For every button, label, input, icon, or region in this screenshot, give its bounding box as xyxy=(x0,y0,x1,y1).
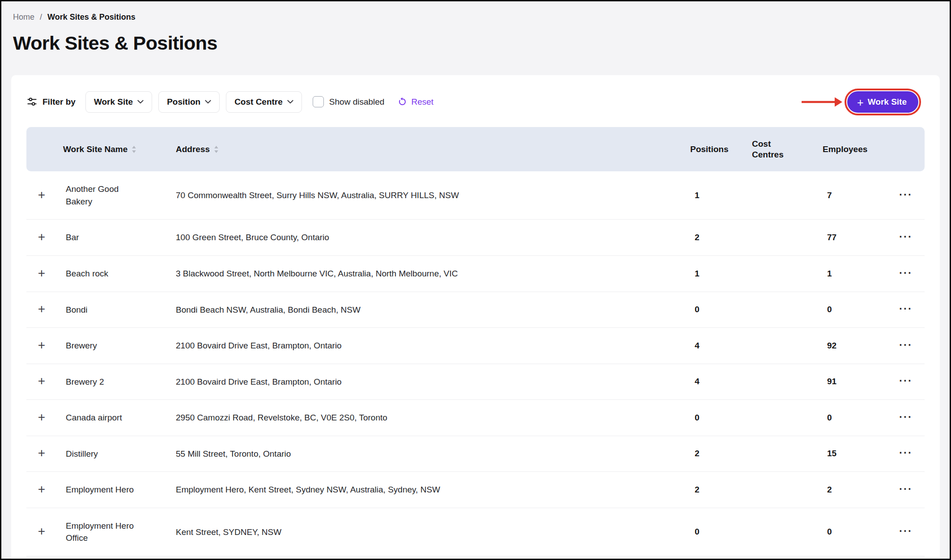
plus-icon: + xyxy=(38,302,45,316)
breadcrumb-home-link[interactable]: Home xyxy=(13,12,34,22)
row-actions-button[interactable]: ··· xyxy=(896,377,915,385)
table-row: + Brewery 2100 Bovaird Drive East, Bramp… xyxy=(26,328,925,364)
ellipsis-icon: ··· xyxy=(899,230,913,242)
expand-cell: + xyxy=(26,328,57,364)
positions-count: 1 xyxy=(684,255,746,292)
row-actions-button[interactable]: ··· xyxy=(896,527,915,535)
work-site-name: Brewery 2 xyxy=(66,376,144,388)
work-site-name: Employment Hero Office xyxy=(66,520,144,544)
expand-cell: + xyxy=(26,508,57,556)
expand-row-button[interactable]: + xyxy=(34,190,49,200)
ellipsis-icon: ··· xyxy=(899,339,913,351)
ellipsis-icon: ··· xyxy=(899,302,913,314)
actions-column-header xyxy=(887,127,925,172)
reset-filters-button[interactable]: Reset xyxy=(398,97,433,107)
cost-centres-cell xyxy=(746,292,816,328)
row-actions-button[interactable]: ··· xyxy=(896,449,915,457)
positions-count: 4 xyxy=(684,364,746,400)
actions-cell: ··· xyxy=(887,508,925,556)
row-actions-button[interactable]: ··· xyxy=(896,413,915,421)
expand-cell: + xyxy=(26,292,57,328)
sort-by-work-site-name[interactable]: Work Site Name xyxy=(63,144,163,154)
breadcrumb-separator: / xyxy=(40,12,42,22)
row-actions-button[interactable]: ··· xyxy=(896,305,915,313)
positions-count: 0 xyxy=(684,508,746,556)
expand-row-button[interactable]: + xyxy=(34,448,49,458)
chevron-down-icon xyxy=(205,100,211,104)
reset-label: Reset xyxy=(411,97,433,107)
cost-centres-cell xyxy=(746,400,816,436)
plus-icon: + xyxy=(38,266,45,280)
work-site-address: Kent Street, SYDNEY, NSW xyxy=(170,508,684,556)
work-site-name-cell: Employment Hero xyxy=(57,472,170,508)
plus-icon: + xyxy=(38,524,45,538)
table-row: + Brewery 2 2100 Bovaird Drive East, Bra… xyxy=(26,364,925,400)
work-site-name-cell: Employment Hero Office xyxy=(57,508,170,556)
positions-count: 2 xyxy=(684,220,746,256)
reset-icon xyxy=(398,97,407,106)
filter-work-site-dropdown[interactable]: Work Site xyxy=(85,91,152,113)
work-site-name-cell: Another Good Bakery xyxy=(57,171,170,220)
ellipsis-icon: ··· xyxy=(899,483,913,495)
work-site-address: 2100 Bovaird Drive East, Brampton, Ontar… xyxy=(170,364,684,400)
row-actions-button[interactable]: ··· xyxy=(896,191,915,199)
employees-count: 0 xyxy=(816,508,887,556)
row-actions-button[interactable]: ··· xyxy=(896,485,915,493)
row-actions-button[interactable]: ··· xyxy=(896,341,915,349)
table-row: + Employment Hero Employment Hero, Kent … xyxy=(26,472,925,508)
cost-centres-cell xyxy=(746,171,816,220)
column-header-cost-centres: Cost Centres xyxy=(746,127,816,172)
show-disabled-checkbox[interactable] xyxy=(313,96,324,107)
expand-column-header xyxy=(26,127,57,172)
table-row: + Canada airport 2950 Camozzi Road, Reve… xyxy=(26,400,925,436)
employees-count: 2 xyxy=(816,472,887,508)
expand-row-button[interactable]: + xyxy=(34,376,49,386)
expand-row-button[interactable]: + xyxy=(34,412,49,423)
actions-cell: ··· xyxy=(887,255,925,292)
actions-cell: ··· xyxy=(887,292,925,328)
expand-row-button[interactable]: + xyxy=(34,484,49,495)
expand-cell: + xyxy=(26,400,57,436)
add-work-site-button[interactable]: + Work Site xyxy=(847,91,918,113)
expand-cell: + xyxy=(26,220,57,256)
filter-work-site-label: Work Site xyxy=(94,97,133,107)
positions-count: 4 xyxy=(684,328,746,364)
work-site-name: Distillery xyxy=(66,448,144,460)
row-actions-button[interactable]: ··· xyxy=(896,269,915,277)
toolbar: Filter by Work Site Position Cost Centre… xyxy=(26,90,925,114)
work-site-address: Bondi Beach NSW, Australia, Bondi Beach,… xyxy=(170,292,684,328)
work-site-name: Employment Hero xyxy=(66,484,144,496)
cost-centres-cell xyxy=(746,472,816,508)
expand-cell: + xyxy=(26,436,57,472)
positions-count: 1 xyxy=(684,171,746,220)
expand-row-button[interactable]: + xyxy=(34,304,49,314)
work-site-name-cell: Canada airport xyxy=(57,400,170,436)
expand-row-button[interactable]: + xyxy=(34,232,49,242)
positions-count: 0 xyxy=(684,292,746,328)
filter-position-dropdown[interactable]: Position xyxy=(158,91,220,113)
cost-centres-cell xyxy=(746,364,816,400)
cost-centres-cell xyxy=(746,255,816,292)
employees-count: 1 xyxy=(816,255,887,292)
work-site-name-header-label: Work Site Name xyxy=(63,144,127,154)
cost-centres-cell xyxy=(746,508,816,556)
filter-cost-centre-dropdown[interactable]: Cost Centre xyxy=(226,91,302,113)
work-site-name-cell: Brewery 2 xyxy=(57,364,170,400)
table-row: + Employment Hero Office Kent Street, SY… xyxy=(26,508,925,556)
work-site-address: 70 Commonwealth Street, Surry Hills NSW,… xyxy=(170,171,684,220)
employees-count: 92 xyxy=(816,328,887,364)
chevron-down-icon xyxy=(287,100,293,104)
sort-by-address[interactable]: Address xyxy=(176,144,678,154)
work-site-address: 2950 Camozzi Road, Revelstoke, BC, V0E 2… xyxy=(170,400,684,436)
expand-row-button[interactable]: + xyxy=(34,526,49,537)
expand-cell: + xyxy=(26,472,57,508)
table-body: + Another Good Bakery 70 Commonwealth St… xyxy=(26,171,925,556)
table-header: Work Site Name Address Positions Cost Ce… xyxy=(26,127,925,172)
employees-count: 91 xyxy=(816,364,887,400)
expand-row-button[interactable]: + xyxy=(34,268,49,279)
work-site-name: Bondi xyxy=(66,304,144,316)
expand-row-button[interactable]: + xyxy=(34,340,49,351)
work-site-name-cell: Bondi xyxy=(57,292,170,328)
row-actions-button[interactable]: ··· xyxy=(896,233,915,241)
positions-count: 2 xyxy=(684,472,746,508)
